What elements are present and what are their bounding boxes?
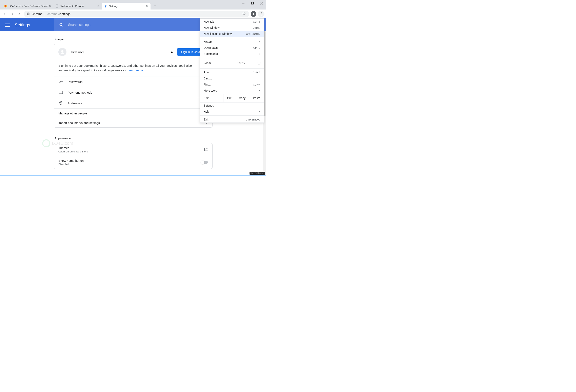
- row-sublabel: Open Chrome Web Store: [58, 150, 204, 153]
- reload-button[interactable]: [16, 10, 22, 17]
- svg-point-8: [60, 24, 62, 26]
- row-label: Addresses: [68, 101, 206, 105]
- credit-card-icon: [58, 90, 63, 95]
- menu-paste[interactable]: Paste: [249, 94, 264, 102]
- chrome-menu-button[interactable]: [258, 11, 264, 17]
- omnibox-prefix: Chrome: [32, 12, 42, 16]
- chevron-right-icon: ▶: [259, 110, 260, 113]
- menu-new-tab[interactable]: New tabCtrl+T: [200, 19, 264, 25]
- manage-people-row[interactable]: Manage other people ▸: [54, 108, 212, 118]
- chevron-right-icon: ▸: [171, 50, 173, 54]
- chevron-right-icon: ▶: [259, 40, 260, 43]
- menu-incognito[interactable]: New incognito windowCtrl+Shift+N: [200, 31, 264, 37]
- avatar-icon: [58, 48, 66, 56]
- menu-copy[interactable]: Copy: [235, 94, 249, 102]
- section-appearance-title: Appearance: [54, 136, 213, 140]
- menu-history[interactable]: History▶: [200, 39, 264, 45]
- document-favicon-icon: [56, 4, 59, 8]
- gear-favicon-icon: [104, 4, 107, 8]
- svg-point-7: [253, 13, 254, 14]
- row-label: Manage other people: [58, 112, 206, 115]
- hamburger-menu-icon[interactable]: [5, 23, 10, 27]
- close-icon[interactable]: ×: [97, 4, 100, 8]
- tab-welcome[interactable]: Welcome to Chrome ×: [54, 3, 102, 9]
- appearance-card: Themes Open Chrome Web Store Show home b…: [54, 143, 213, 169]
- menu-bookmarks[interactable]: Bookmarks▶: [200, 51, 264, 57]
- menu-find[interactable]: Find...Ctrl+F: [200, 82, 264, 88]
- themes-row[interactable]: Themes Open Chrome Web Store: [54, 143, 212, 156]
- chevron-right-icon: ▶: [259, 53, 260, 55]
- zoom-out-button[interactable]: −: [228, 61, 236, 65]
- bookmark-star-icon[interactable]: [241, 11, 247, 17]
- key-icon: [58, 79, 63, 84]
- user-name: First user: [71, 50, 171, 54]
- search-icon: [59, 23, 63, 27]
- close-window-button[interactable]: [257, 0, 266, 6]
- menu-downloads[interactable]: DownloadsCtrl+J: [200, 45, 264, 51]
- new-tab-button[interactable]: +: [152, 3, 158, 9]
- row-label: Themes: [58, 146, 204, 150]
- chrome-menu-dropdown: New tabCtrl+T New windowCtrl+N New incog…: [200, 18, 264, 123]
- maximize-button[interactable]: [248, 0, 257, 6]
- row-label: Payment methods: [68, 91, 206, 94]
- menu-edit-row: Edit Cut Copy Paste: [200, 94, 264, 102]
- import-bookmarks-row[interactable]: Import bookmarks and settings ▸: [54, 118, 212, 127]
- menu-zoom-row: Zoom − 100% +: [200, 59, 264, 67]
- tab-title: Settings: [109, 5, 145, 8]
- menu-help[interactable]: Help▶: [200, 109, 264, 115]
- row-label: Import bookmarks and settings: [58, 121, 206, 124]
- tab-title: Welcome to Chrome: [60, 5, 97, 8]
- signin-description: Sign in to get your bookmarks, history, …: [54, 60, 212, 76]
- menu-more-tools[interactable]: More tools▶: [200, 88, 264, 94]
- profile-avatar-button[interactable]: [251, 11, 256, 17]
- open-external-icon: [204, 147, 208, 152]
- lo4d-badge: LO4D.com: [250, 172, 265, 175]
- close-icon[interactable]: ×: [48, 4, 52, 8]
- menu-cast[interactable]: Cast...: [200, 75, 264, 82]
- svg-rect-11: [59, 91, 63, 94]
- payment-methods-row[interactable]: Payment methods ▸: [54, 87, 212, 98]
- svg-point-10: [59, 81, 61, 82]
- svg-rect-3: [252, 2, 254, 4]
- chevron-right-icon: ▶: [259, 89, 260, 92]
- location-pin-icon: [58, 101, 63, 106]
- zoom-in-button[interactable]: +: [246, 61, 254, 65]
- chrome-icon: [27, 12, 30, 16]
- learn-more-link[interactable]: Learn more: [128, 68, 143, 72]
- close-icon[interactable]: ×: [145, 4, 148, 8]
- home-button-row[interactable]: Show home button Disabled: [54, 156, 212, 169]
- fullscreen-button[interactable]: [254, 59, 264, 67]
- forward-button[interactable]: [9, 10, 16, 17]
- tab-lo4d[interactable]: LO4D.com - Free Software Downl ×: [2, 3, 54, 9]
- lo4d-favicon-icon: [4, 4, 7, 8]
- tab-settings[interactable]: Settings ×: [102, 3, 150, 9]
- user-row[interactable]: First user ▸ Sign in to Chrome: [54, 44, 212, 60]
- row-label: Passwords: [68, 80, 206, 84]
- menu-cut[interactable]: Cut: [223, 94, 235, 102]
- row-label: Show home button: [58, 159, 201, 162]
- svg-point-12: [60, 102, 61, 103]
- tab-title: LO4D.com - Free Software Downl: [9, 5, 48, 8]
- back-button[interactable]: [2, 10, 9, 17]
- people-card: First user ▸ Sign in to Chrome Sign in t…: [54, 44, 213, 127]
- svg-point-6: [28, 13, 29, 14]
- svg-point-1: [5, 5, 6, 7]
- menu-new-window[interactable]: New windowCtrl+N: [200, 25, 264, 31]
- row-sublabel: Disabled: [58, 163, 201, 166]
- address-bar[interactable]: Chrome | chrome://settings: [24, 11, 249, 17]
- tab-strip: LO4D.com - Free Software Downl × Welcome…: [0, 0, 266, 9]
- window-controls: [239, 0, 266, 6]
- page-title: Settings: [15, 23, 30, 27]
- addresses-row[interactable]: Addresses ▸: [54, 98, 212, 108]
- minimize-button[interactable]: [239, 0, 248, 6]
- menu-print[interactable]: Print...Ctrl+P: [200, 69, 264, 75]
- menu-exit[interactable]: ExitCtrl+Shift+Q: [200, 117, 264, 122]
- omnibox-url: chrome://settings: [48, 12, 70, 16]
- toolbar-right: [251, 11, 264, 17]
- zoom-value: 100%: [236, 61, 246, 65]
- menu-settings[interactable]: Settings: [200, 102, 264, 109]
- home-button-toggle[interactable]: [201, 161, 208, 164]
- svg-point-2: [105, 6, 106, 6]
- svg-point-9: [61, 50, 64, 52]
- passwords-row[interactable]: Passwords ▸: [54, 76, 212, 87]
